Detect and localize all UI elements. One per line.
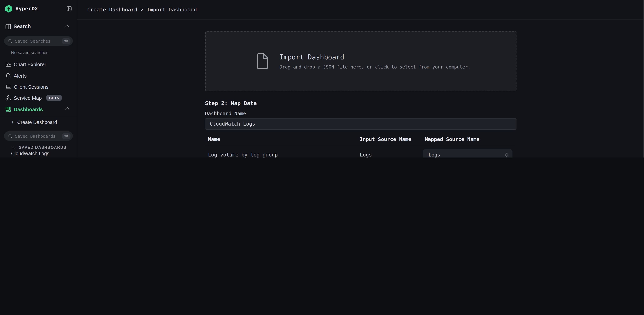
chevron-up-icon[interactable] (65, 107, 69, 111)
divider (0, 116, 77, 116)
json-dropzone[interactable]: Import Dashboard Drag and drop a JSON fi… (205, 31, 516, 91)
no-saved-searches-text: No saved searches (11, 50, 48, 55)
divider (0, 32, 77, 32)
hyperdx-logo-icon (5, 5, 12, 13)
sidebar: HyperDX Search Saved Searches ⌘K No save… (0, 0, 77, 158)
sidebar-item-alerts[interactable]: Alerts (0, 70, 77, 81)
saved-dashboards-group-header[interactable]: SAVED DASHBOARDS (0, 144, 77, 151)
chevron-up-icon[interactable] (65, 25, 69, 29)
sidebar-item-service-map[interactable]: Service Map BETA (0, 92, 77, 103)
service-map-icon (5, 95, 11, 101)
search-placeholder: Saved Dashboards (15, 134, 56, 139)
sidebar-section-search[interactable]: Search (0, 22, 77, 31)
logo-row: HyperDX (0, 4, 77, 14)
select-chevrons-icon (505, 152, 508, 158)
dropzone-text: Import Dashboard Drag and drop a JSON fi… (280, 53, 470, 69)
column-header-input-source: Input Source Name (360, 136, 425, 142)
shortcut-badge: ⌘K (62, 133, 71, 139)
select-value: Logs (428, 152, 440, 158)
beta-badge: BETA (46, 95, 62, 101)
sidebar-item-cloudwatch-logs[interactable]: CloudWatch Logs (11, 151, 49, 156)
mapped-source-select[interactable]: Logs (423, 149, 512, 158)
sidebar-item-client-sessions[interactable]: Client Sessions (0, 81, 77, 92)
dropzone-title: Import Dashboard (280, 53, 470, 61)
bell-icon (5, 73, 11, 78)
saved-searches-input[interactable]: Saved Searches ⌘K (4, 36, 73, 46)
search-icon (8, 39, 12, 43)
chart-name-cell: Log volume by log group (205, 152, 360, 158)
dashboard-name-input[interactable] (205, 118, 516, 130)
input-source-cell: Logs (360, 152, 425, 158)
sidebar-item-label: Alerts (14, 73, 27, 78)
table-row: Log volume by log group Logs Logs (205, 146, 516, 158)
create-dashboard-button[interactable]: + Create Dashboard (0, 118, 77, 127)
breadcrumb: Create Dashboard > Import Dashboard (87, 7, 197, 13)
shortcut-badge: ⌘K (62, 38, 71, 44)
search-placeholder: Saved Searches (15, 39, 50, 44)
table-header: Name Input Source Name Mapped Source Nam… (205, 136, 516, 146)
group-header-label: SAVED DASHBOARDS (19, 145, 66, 149)
app-window: HyperDX Search Saved Searches ⌘K No save… (0, 0, 644, 158)
sidebar-item-chart-explorer[interactable]: Chart Explorer (0, 59, 77, 70)
column-header-name: Name (205, 136, 360, 142)
search-icon (8, 134, 12, 138)
chart-explorer-icon (5, 61, 11, 67)
app-title: HyperDX (16, 6, 38, 12)
top-bar: Create Dashboard > Import Dashboard (77, 0, 644, 20)
sidebar-item-label: Client Sessions (14, 84, 48, 90)
laptop-icon (5, 84, 11, 90)
mapping-table: Name Input Source Name Mapped Source Nam… (205, 136, 516, 158)
sidebar-item-label: Dashboards (14, 106, 43, 112)
column-header-mapped-source: Mapped Source Name (425, 136, 516, 142)
sidebar-item-label: Chart Explorer (14, 61, 46, 67)
dashboard-name-label: Dashboard Name (205, 111, 516, 116)
sidebar-item-dashboards[interactable]: Dashboards (0, 103, 77, 115)
mapped-source-cell: Logs (425, 149, 516, 158)
create-dashboard-label: Create Dashboard (17, 120, 57, 125)
search-section-label: Search (14, 24, 31, 30)
sidebar-collapse-icon[interactable] (66, 6, 72, 12)
scrollbar-track[interactable] (643, 0, 644, 158)
saved-dashboards-input[interactable]: Saved Dashboards ⌘K (4, 131, 73, 141)
dashboards-icon (5, 106, 11, 112)
file-icon (256, 53, 269, 69)
sidebar-item-label: Service Map (14, 95, 42, 101)
chevron-down-icon (12, 146, 15, 149)
import-dashboard-content: Import Dashboard Drag and drop a JSON fi… (205, 20, 516, 158)
plus-icon: + (11, 120, 14, 125)
search-section-icon (5, 24, 11, 29)
dropzone-subtitle: Drag and drop a JSON file here, or click… (280, 64, 470, 69)
step-heading: Step 2: Map Data (205, 100, 516, 106)
